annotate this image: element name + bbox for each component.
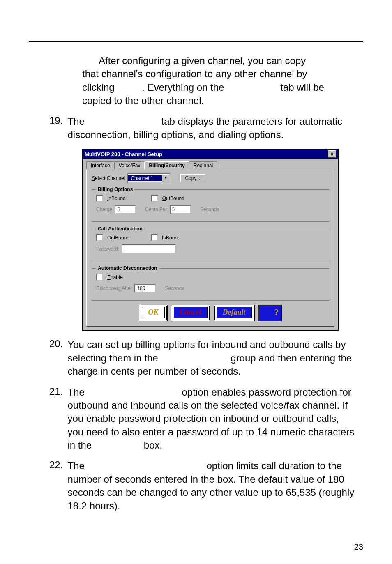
close-icon[interactable]: x bbox=[328, 150, 336, 158]
call-auth-legend: Call Authentication bbox=[96, 226, 144, 232]
select-channel-combo[interactable]: Channel 1 ▼ bbox=[127, 173, 170, 183]
note-text: copied to the other channel. bbox=[82, 95, 204, 106]
ok-button[interactable]: OK bbox=[139, 305, 167, 321]
billing-options-legend: Billing Options bbox=[96, 186, 134, 192]
default-button[interactable]: Default bbox=[214, 305, 255, 321]
billing-options-group: Billing Options InBound OutBound Charge … bbox=[92, 186, 329, 222]
cancel-button[interactable]: Cancel bbox=[171, 305, 210, 321]
ok-label: OK bbox=[142, 307, 164, 318]
auto-disconnect-legend: Automatic Disconnection bbox=[96, 265, 159, 271]
copy-button[interactable]: Copy... bbox=[180, 174, 205, 182]
outbound-checkbox[interactable] bbox=[151, 195, 158, 202]
item-number: 22. bbox=[49, 459, 66, 471]
password-input[interactable] bbox=[122, 244, 176, 253]
ca-outbound-label: OutBound bbox=[107, 235, 129, 241]
item-text: The bbox=[67, 116, 87, 127]
password-label: Password: bbox=[96, 246, 119, 252]
note-text: After configuring a given channel, you c… bbox=[99, 55, 306, 66]
channel-setup-dialog: MultiVOIP 200 - Channel Setup x Interfac… bbox=[82, 149, 339, 331]
note-text: . Everything on the bbox=[142, 82, 227, 93]
titlebar: MultiVOIP 200 - Channel Setup x bbox=[83, 150, 338, 159]
dialog-buttons: OK Cancel Default ? bbox=[92, 305, 329, 321]
item-number: 21. bbox=[49, 386, 66, 397]
page-number: 23 bbox=[354, 542, 363, 552]
disc-seconds-label: Seconds bbox=[165, 285, 184, 291]
item-text: The bbox=[67, 387, 87, 398]
list-item-21: 21. The option enables password protecti… bbox=[29, 386, 363, 452]
ca-outbound-checkbox[interactable] bbox=[96, 234, 103, 241]
item-text: box. bbox=[144, 440, 162, 451]
default-label: Default bbox=[217, 307, 252, 318]
disconnect-after-label: Disconnect After bbox=[96, 285, 132, 291]
cancel-label: Cancel bbox=[174, 307, 208, 318]
inbound-checkbox[interactable] bbox=[96, 195, 103, 202]
dialog-figure: MultiVOIP 200 - Channel Setup x Interfac… bbox=[82, 149, 363, 331]
list-item-20: 20. You can set up billing options for i… bbox=[29, 338, 363, 378]
dialog-title: MultiVOIP 200 - Channel Setup bbox=[85, 151, 328, 157]
item-text: tab displays the parameters for automati… bbox=[67, 116, 342, 140]
tab-panel: Select Channel Channel 1 ▼ Copy... Billi… bbox=[86, 169, 334, 327]
enable-checkbox[interactable] bbox=[96, 274, 103, 281]
auto-disconnect-group: Automatic Disconnection Enable Disconnec… bbox=[92, 265, 329, 301]
item-text: The bbox=[67, 460, 87, 471]
ca-inbound-label: InBound bbox=[162, 235, 180, 241]
cents-per-input[interactable]: 5 bbox=[170, 205, 191, 214]
select-channel-label: Select Channel bbox=[92, 175, 125, 181]
top-rule bbox=[29, 41, 363, 42]
note-text: tab will be bbox=[280, 82, 324, 93]
list-item-19: 19. The tab displays the parameters for … bbox=[29, 115, 363, 142]
call-auth-group: Call Authentication OutBound InBound Pas… bbox=[92, 226, 329, 261]
disconnect-after-input[interactable]: 180 bbox=[134, 284, 156, 293]
enable-label: Enable bbox=[107, 274, 122, 280]
tab-billing-security[interactable]: Billing/Security bbox=[144, 161, 189, 169]
item-number: 19. bbox=[49, 115, 66, 127]
inbound-label: InBound bbox=[107, 196, 126, 201]
chevron-down-icon[interactable]: ▼ bbox=[162, 175, 169, 182]
charge-label: Charge bbox=[96, 207, 112, 212]
item-number: 20. bbox=[49, 338, 66, 350]
help-icon: ? bbox=[274, 307, 279, 318]
select-channel-value: Channel 1 bbox=[128, 175, 162, 181]
outbound-label: OutBound bbox=[162, 196, 184, 201]
tab-interface[interactable]: Interface bbox=[86, 161, 115, 169]
tab-regional[interactable]: Regional bbox=[189, 161, 217, 169]
item-text: option enables password protection for o… bbox=[67, 387, 354, 451]
tab-strip: Interface Voice/Fax Billing/Security Reg… bbox=[83, 159, 338, 169]
help-button[interactable]: ? bbox=[258, 305, 282, 321]
copy-note: After configuring a given channel, you c… bbox=[82, 54, 355, 108]
tab-voicefax[interactable]: Voice/Fax bbox=[114, 161, 145, 169]
list-item-22: 22. The option limits call duration to t… bbox=[29, 459, 363, 513]
ca-inbound-checkbox[interactable] bbox=[151, 234, 158, 241]
note-text: clicking bbox=[82, 82, 117, 93]
note-text: that channel's configuration to any othe… bbox=[82, 68, 307, 79]
charge-input[interactable]: 5 bbox=[115, 205, 136, 214]
seconds-label: Seconds bbox=[200, 207, 219, 212]
cents-per-label: Cents Per bbox=[145, 207, 167, 212]
